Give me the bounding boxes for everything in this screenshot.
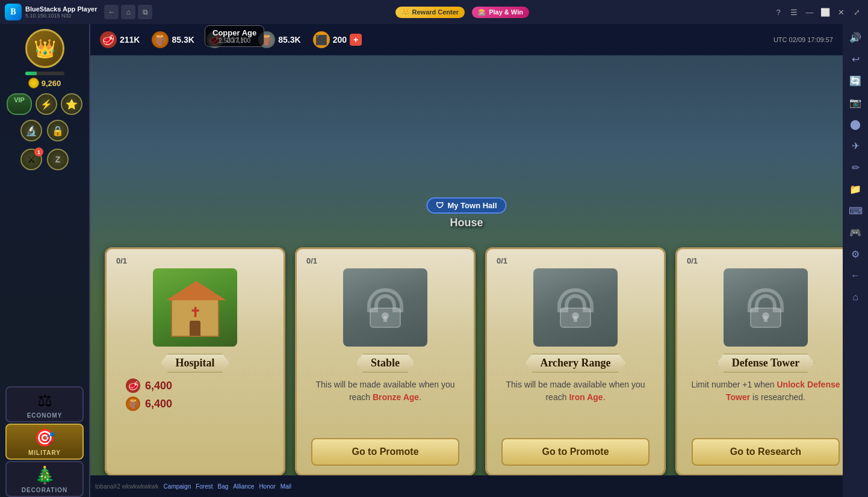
bottom-bar: tobana#2 wkwkwkwkwk Campaign Forest Bag … [90, 475, 843, 497]
maximize-button[interactable]: ⬜ [819, 5, 832, 19]
honor-link[interactable]: Honor [259, 483, 275, 490]
meat-cost-row: 🥩 6,400 [126, 378, 172, 393]
top-bar-controls: ? ☰ — ⬜ ✕ ⤢ [772, 5, 863, 19]
player-avatar[interactable]: 👑 [25, 29, 64, 68]
folder-button[interactable]: 📁 [846, 179, 865, 199]
meat-resource: 🥩 211K [100, 31, 140, 48]
mail-link[interactable]: Mail [281, 483, 291, 490]
rotate-button[interactable]: 🔄 [846, 71, 865, 90]
house-door [190, 321, 200, 336]
stable-name-banner: Stable [356, 354, 415, 372]
ore-value: 85.3K [278, 35, 300, 45]
wood-cost-value: 6,400 [145, 398, 172, 410]
town-hall-marker: 🛡 My Town Hall [426, 197, 506, 214]
economy-label: ECONOMY [27, 412, 63, 419]
bs-info: BlueStacks App Player 5.10.150.1015 N32 [25, 5, 97, 19]
keyboard-button[interactable]: ⌨ [846, 201, 865, 220]
defense-lock-svg-icon [745, 285, 787, 330]
research-shortcut-button[interactable]: 🔬 [20, 120, 42, 141]
nav-home-button[interactable]: ⌂ [121, 5, 135, 19]
right-toolbar: 🔊 ↩ 🔄 📷 ⬤ ✈ ✏ 📁 ⌨ 🎮 ⚙ ← ⌂ [843, 24, 868, 497]
play-win-icon: 🎰 [478, 8, 486, 16]
archery-name-banner: Archery Range [525, 354, 625, 372]
settings-button[interactable]: ⚙ [846, 244, 865, 264]
menu-button[interactable]: ☰ [787, 5, 801, 19]
flight-button[interactable]: ✈ [846, 136, 865, 155]
sidebar-item-decoration[interactable]: 🎄 DECORATION [5, 461, 84, 497]
archery-name-text: Archery Range [540, 357, 610, 369]
decoration-icon: 🎄 [34, 465, 55, 485]
home-button[interactable]: ⌂ [846, 288, 865, 307]
camera-button[interactable]: 📷 [846, 93, 865, 112]
age-display: Copper Age 2,500/7,100 [205, 25, 264, 47]
meat-value: 211K [120, 35, 140, 45]
sidebar-item-military[interactable]: 🎯 MILITARY [5, 424, 84, 460]
star-button[interactable]: ⭐ [61, 93, 82, 115]
svg-rect-2 [383, 316, 387, 322]
hospital-card: 0/1 ✝ Hospital [105, 247, 285, 476]
top-bar-nav: ← ⌂ ⧉ [104, 5, 152, 19]
bag-link[interactable]: Bag [218, 483, 229, 490]
age-name: Copper Age [212, 28, 256, 37]
sidebar-item-economy[interactable]: ⚖ ECONOMY [5, 386, 84, 422]
vip-button[interactable]: VIP [7, 93, 32, 115]
hospital-name-banner: Hospital [160, 354, 229, 372]
close-button[interactable]: ✕ [834, 5, 848, 19]
forest-link[interactable]: Forest [196, 483, 212, 490]
coin-value: 9,260 [42, 79, 61, 88]
military-label: MILITARY [28, 449, 61, 456]
play-win-button[interactable]: 🎰 Play & Win [472, 7, 529, 18]
coin-icon [28, 78, 39, 88]
campaign-link[interactable]: Campaign [164, 483, 191, 490]
cards-wrapper[interactable]: 0/1 ✝ Hospital [90, 235, 843, 476]
expand-button[interactable]: ⤢ [850, 5, 863, 19]
decoration-label: DECORATION [22, 487, 67, 493]
defense-action-button[interactable]: Go to Research [692, 438, 840, 466]
lock-shortcut-button[interactable]: 🔒 [47, 120, 69, 141]
stable-action-button[interactable]: Go to Promote [311, 438, 459, 466]
nav-back-button[interactable]: ← [104, 5, 119, 19]
wood-cost-row: 🪵 6,400 [126, 397, 172, 411]
defense-tower-locked-overlay [724, 268, 808, 347]
stable-description: This will be made available when you rea… [304, 378, 467, 404]
svg-rect-8 [764, 316, 767, 322]
help-button[interactable]: ? [772, 5, 785, 19]
edit-button[interactable]: ✏ [846, 158, 865, 177]
military-icon: 🎯 [34, 428, 55, 448]
alliance-link[interactable]: Alliance [233, 483, 254, 490]
defense-tower-image [724, 268, 808, 347]
main-content: 🛡 My Town Hall House 0/1 ✝ [90, 24, 843, 497]
speed-button[interactable]: ⚡ [36, 93, 57, 115]
hospital-cost: 🥩 6,400 🪵 6,400 [114, 378, 276, 411]
record-button[interactable]: ⬤ [846, 114, 865, 134]
bs-title: BlueStacks App Player [25, 5, 97, 13]
iron-age-highlight: Iron Age [569, 392, 603, 402]
wood-cost-icon: 🪵 [126, 397, 140, 411]
volume-button[interactable]: 🔊 [846, 28, 865, 47]
military-shortcut-button[interactable]: ⚔ 1 [20, 149, 42, 170]
top-bar: B BlueStacks App Player 5.10.150.1015 N3… [0, 0, 868, 24]
gold-icon: ⬛ [313, 31, 330, 48]
sidebar-icon-row: 🔬 🔒 [20, 120, 69, 141]
wood-resource: 🪵 85.3K [152, 31, 194, 48]
stable-image [343, 268, 427, 347]
svg-rect-5 [574, 316, 577, 322]
gold-plus-button[interactable]: + [350, 34, 362, 46]
utc-display: UTC 02/09 17:09:57 [773, 36, 833, 43]
z-shortcut-button[interactable]: Z [47, 149, 69, 170]
minimize-button[interactable]: — [803, 5, 816, 19]
archery-description: This will be made available when you rea… [494, 378, 657, 404]
player-xp-bar [25, 72, 64, 75]
unlock-defense-highlight: Unlock Defense Tower [726, 380, 840, 402]
reward-center-button[interactable]: 👑 Reward Center [395, 7, 465, 18]
back-button[interactable]: ← [846, 266, 865, 285]
archery-action-button[interactable]: Go to Promote [501, 438, 649, 466]
hospital-name-text: Hospital [175, 357, 214, 369]
gamepad-button[interactable]: 🎮 [846, 223, 865, 242]
archery-range-card: 0/1 [485, 247, 666, 476]
lock-icon: 🔒 [52, 125, 64, 137]
nav-windows-button[interactable]: ⧉ [138, 5, 152, 19]
cards-inner: 0/1 ✝ Hospital [95, 241, 843, 476]
refresh-button[interactable]: ↩ [846, 49, 865, 69]
resources-bar: 🥩 211K 🪵 85.3K 🥩 211K 🪵 85.3K ⬛ 200 + UT… [90, 24, 843, 55]
